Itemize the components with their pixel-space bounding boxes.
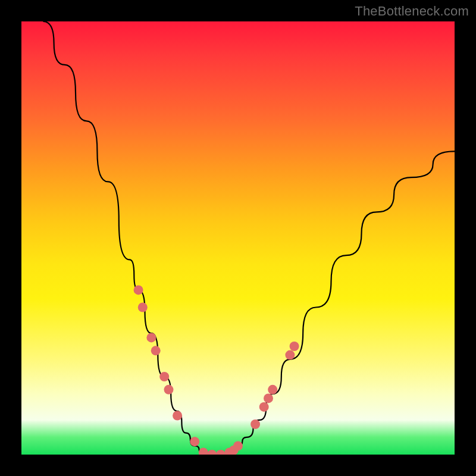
data-marker — [259, 402, 269, 412]
chart-svg — [21, 21, 455, 455]
data-marker — [146, 333, 156, 342]
data-marker — [173, 411, 182, 421]
data-marker — [207, 450, 217, 455]
data-marker — [216, 450, 226, 455]
data-marker — [164, 385, 174, 394]
data-marker — [134, 285, 143, 295]
outer-frame: TheBottleneck.com — [0, 0, 476, 476]
data-marker — [268, 385, 277, 394]
data-marker — [290, 342, 299, 351]
plot-area — [21, 21, 455, 455]
watermark-text: TheBottleneck.com — [355, 4, 469, 19]
data-marker — [264, 393, 273, 403]
data-marker — [190, 437, 199, 446]
bottleneck-curve — [43, 21, 455, 455]
marker-group — [134, 285, 299, 455]
data-marker — [159, 372, 169, 381]
data-marker — [199, 447, 208, 455]
data-marker — [138, 303, 148, 312]
data-marker — [250, 419, 260, 429]
data-marker — [151, 346, 161, 355]
data-marker — [233, 441, 243, 450]
data-marker — [285, 350, 295, 360]
